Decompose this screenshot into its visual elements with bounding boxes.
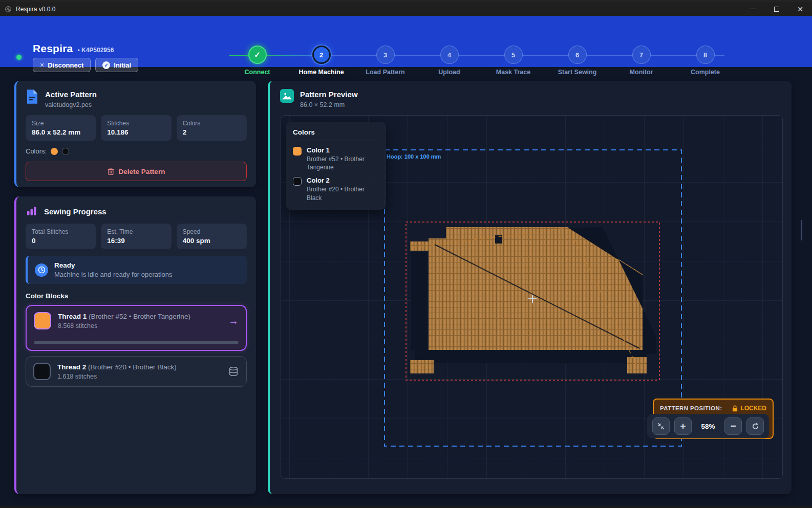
pattern-dimensions: 86.0 × 52.2 mm — [300, 101, 358, 108]
status-title: Ready — [54, 261, 173, 269]
stat-total-stitches: Total Stitches 0 — [26, 224, 96, 249]
window-titlebar: Respira v0.0.0 ✕ — [0, 2, 812, 16]
color-swatch-orange — [51, 148, 58, 155]
zoom-out-button[interactable]: − — [724, 417, 742, 435]
color-blocks-heading: Color Blocks — [26, 292, 247, 300]
thread-block-1[interactable]: Thread 1 (Brother #52 • Brother Tangerin… — [26, 305, 247, 351]
stat-size-value: 86.0 x 52.2 mm — [32, 128, 90, 136]
machine-serial: • K4P502956 — [77, 47, 114, 54]
zoom-level: 58% — [696, 423, 720, 430]
disconnect-button[interactable]: × Disconnect — [33, 58, 91, 72]
thread-1-name: Thread 1 — [58, 313, 87, 320]
app-header: Respira • K4P502956 × Disconnect ✓ Initi… — [0, 16, 812, 67]
step-start-sewing[interactable]: 6 Start Sewing — [545, 45, 609, 77]
thread-1-swatch — [34, 312, 51, 329]
stitch-foot-left — [410, 360, 434, 373]
hoop-size-label: Hoop: 100 x 100 mm — [387, 153, 441, 160]
delete-pattern-button[interactable]: Delete Pattern — [26, 162, 247, 181]
active-pattern-title: Active Pattern — [45, 89, 97, 99]
zoom-in-button[interactable]: + — [674, 417, 692, 435]
dark-stitch-left — [411, 252, 428, 350]
refresh-icon — [751, 422, 760, 431]
dark-stitch-band — [415, 350, 647, 363]
stat-colors-value: 2 — [183, 128, 241, 136]
thread-1-arrow-icon: → — [228, 315, 239, 327]
step-complete-circle: 8 — [696, 46, 715, 64]
thread-1-stitches: 8.568 stitches — [58, 322, 222, 329]
legend-desc-1: Brother #52 • Brother Tangerine — [307, 155, 379, 171]
step-load-pattern-circle: 3 — [376, 46, 395, 64]
minus-icon: − — [730, 421, 736, 432]
machine-status-banner: Ready Machine is idle and ready for oper… — [26, 256, 247, 284]
legend-color-1: Color 1 Brother #52 • Brother Tangerine — [293, 146, 379, 171]
colors-label: Colors: — [26, 147, 47, 155]
stat-colors: Colors 2 — [177, 115, 247, 141]
minimize-button[interactable] — [741, 2, 765, 16]
step-complete-label: Complete — [691, 69, 720, 76]
layers-icon — [228, 366, 239, 377]
step-start-sewing-label: Start Sewing — [558, 69, 597, 76]
stat-speed-value: 400 spm — [183, 237, 241, 245]
window-scrollbar-thumb[interactable] — [801, 220, 802, 240]
app-icon — [5, 6, 12, 13]
thread-1-progress-bar — [34, 341, 239, 344]
step-complete[interactable]: 8 Complete — [673, 45, 737, 77]
initial-button[interactable]: ✓ Initial — [95, 58, 138, 72]
thread-2-stitches: 1.618 stitches — [57, 373, 221, 380]
stat-est-time: Est. Time 16:39 — [101, 224, 171, 249]
step-monitor[interactable]: 7 Monitor — [609, 45, 673, 77]
legend-swatch-1 — [293, 147, 302, 156]
app-brand: Respira — [33, 42, 73, 55]
pattern-position-label: PATTERN POSITION: — [660, 405, 722, 411]
delete-pattern-label: Delete Pattern — [119, 168, 165, 175]
stat-stitches: Stitches 10.186 — [101, 115, 171, 141]
zoom-controls: + 58% − — [647, 414, 769, 438]
step-connect[interactable]: ✓ Connect — [225, 45, 289, 77]
step-mask-trace-circle: 5 — [504, 46, 523, 64]
step-monitor-circle: 7 — [632, 46, 651, 64]
step-load-pattern[interactable]: 3 Load Pattern — [353, 45, 417, 77]
locked-label: LOCKED — [740, 405, 766, 412]
legend-swatch-2 — [293, 177, 302, 186]
step-progress-bar: ✓ Connect 2 Home Machine 3 Load Pattern … — [225, 45, 737, 77]
color-swatch-black — [62, 148, 69, 155]
step-connect-label: Connect — [245, 69, 270, 76]
stat-speed-label: Speed — [183, 228, 241, 235]
legend-name-2: Color 2 — [307, 176, 379, 184]
bar-chart-icon — [26, 205, 38, 217]
check-circle-icon: ✓ — [102, 61, 110, 69]
minimize-icon — [751, 9, 756, 9]
colors-legend-title: Colors — [293, 128, 379, 136]
disconnect-label: Disconnect — [48, 61, 83, 69]
step-home-machine[interactable]: 2 Home Machine — [289, 45, 353, 77]
lock-icon — [732, 405, 738, 412]
step-home-machine-circle: 2 — [312, 46, 331, 64]
legend-desc-2: Brother #20 • Brother Black — [307, 185, 379, 202]
step-mask-trace-label: Mask Trace — [496, 69, 530, 76]
initial-label: Initial — [114, 61, 131, 69]
thread-2-swatch — [33, 363, 51, 380]
fit-to-screen-button[interactable] — [652, 417, 670, 435]
window-title: Respira v0.0.0 — [16, 6, 55, 13]
close-button[interactable]: ✕ — [788, 2, 812, 16]
legend-name-1: Color 1 — [307, 146, 379, 154]
sewing-progress-card: Sewing Progress Total Stitches 0 Est. Ti… — [14, 196, 256, 494]
stat-est-time-value: 16:39 — [107, 237, 165, 245]
stat-stitches-value: 10.186 — [107, 128, 165, 136]
step-monitor-label: Monitor — [630, 69, 653, 76]
image-icon — [280, 89, 294, 103]
pattern-filename: valetudogv2.pes — [45, 101, 97, 108]
trash-icon — [108, 168, 114, 175]
connection-status-dot — [16, 55, 22, 60]
close-x-icon: × — [40, 61, 44, 69]
step-mask-trace[interactable]: 5 Mask Trace — [481, 45, 545, 77]
colors-legend-panel: Colors Color 1 Brother #52 • Brother Tan… — [286, 122, 386, 210]
step-upload[interactable]: 4 Upload — [417, 45, 481, 77]
status-description: Machine is idle and ready for operations — [54, 271, 173, 278]
thread-1-detail: (Brother #52 • Brother Tangerine) — [89, 313, 190, 320]
stat-size: Size 86.0 x 52.2 mm — [26, 115, 96, 141]
reset-view-button[interactable] — [746, 417, 764, 435]
maximize-button[interactable] — [765, 2, 788, 16]
thread-block-2[interactable]: Thread 2 (Brother #20 • Brother Black) 1… — [26, 356, 247, 387]
file-icon — [26, 89, 39, 104]
